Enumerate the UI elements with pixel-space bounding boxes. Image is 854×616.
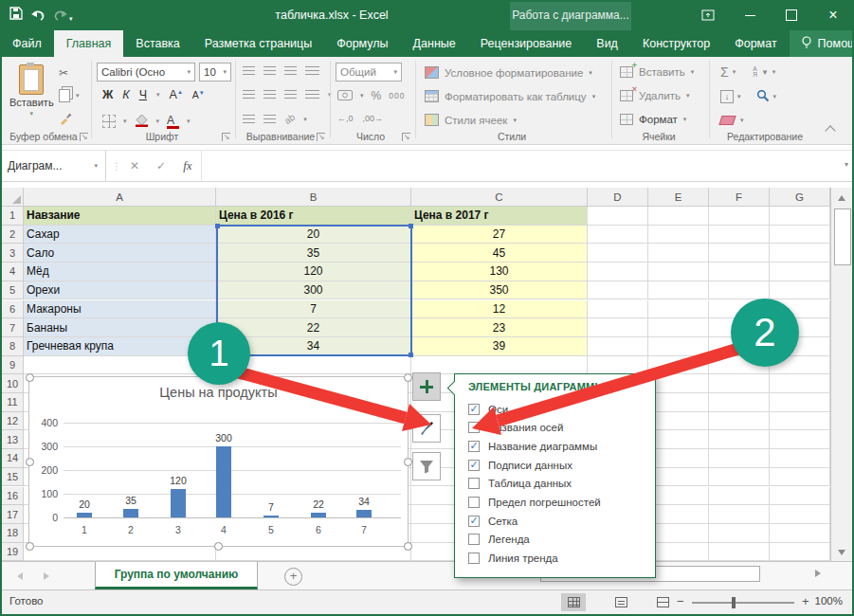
cell-D1[interactable] [588,207,648,226]
scroll-right-icon[interactable] [815,570,821,577]
ribbon-tab-5[interactable]: Данные [401,30,468,57]
cell-E10[interactable] [648,374,709,393]
cell-F10[interactable] [709,374,770,393]
chart[interactable]: Цены на продукты 01002003004002013521203… [28,376,409,547]
enter-check-icon[interactable]: ✓ [156,159,166,172]
cell-D4[interactable] [588,263,648,281]
cell-G13[interactable] [770,430,830,449]
cancel-icon[interactable]: ✕ [130,159,139,172]
cell-G2[interactable] [770,226,830,245]
chart-element-option-5[interactable]: Предел погрешностей [468,494,601,512]
alignment-dialog-launcher[interactable]: ↘ [317,133,325,141]
cell-C5[interactable]: 350 [411,281,588,300]
increase-decimal-icon[interactable]: ←,0 [337,114,354,123]
column-header-C[interactable]: C [411,188,588,207]
conditional-formatting-button[interactable]: Условное форматирование▾ [425,66,592,79]
cell-F18[interactable] [709,524,770,543]
cell-G3[interactable] [770,244,830,263]
wrap-text-icon[interactable] [305,66,319,75]
italic-button[interactable]: К [122,88,129,101]
cell-C4[interactable]: 130 [411,263,588,281]
next-sheet-icon[interactable] [44,572,49,580]
cell-E19[interactable] [648,543,709,562]
chart-element-option-7[interactable]: Легенда [468,531,530,549]
row-header-8[interactable]: 8 [2,337,24,356]
sheet-tab-active[interactable]: Группа по умолчанию [95,562,258,589]
row-header-2[interactable]: 2 [2,226,24,245]
merge-center-icon[interactable] [305,90,319,99]
checkbox[interactable]: ✓ [468,516,480,527]
chart-selection-handle[interactable] [404,373,412,382]
cell-G18[interactable] [770,524,830,543]
cell-E18[interactable] [648,524,709,543]
cell-G11[interactable] [770,393,830,412]
row-header-13[interactable]: 13 [2,430,24,449]
cell-B6[interactable]: 7 [216,300,411,319]
fill-down-icon[interactable]: ↓ [720,90,734,103]
vertical-scrollbar[interactable] [830,188,852,561]
insert-cells-button[interactable]: + Вставить▾ [620,66,694,78]
format-cells-button[interactable]: Формат▾ [620,114,686,125]
chart-selection-handle[interactable] [26,458,34,466]
cell-G10[interactable] [770,374,830,393]
sort-filter-icon[interactable]: АЯ [753,66,757,78]
cell-E6[interactable] [648,300,709,319]
increase-indent-icon[interactable] [263,115,276,123]
row-header-14[interactable]: 14 [2,449,24,468]
clear-eraser-icon[interactable] [718,116,736,125]
chart-selection-handle[interactable] [26,373,34,382]
row-header-12[interactable]: 12 [2,412,24,431]
name-box[interactable]: Диаграм... ▾ [0,151,106,181]
cell-E3[interactable] [648,244,709,263]
expand-formula-bar-icon[interactable]: ▾ [845,160,848,169]
chart-selection-handle[interactable] [404,542,412,551]
ribbon-tab-1[interactable]: Главная [54,30,124,57]
row-header-6[interactable]: 6 [2,300,24,319]
font-family-select[interactable]: Calibri (Осно▾ [97,63,195,82]
zoom-slider[interactable] [692,602,794,604]
row-header-1[interactable]: 1 [2,207,24,226]
checkbox[interactable] [468,553,480,564]
checkbox[interactable] [468,422,480,433]
scroll-down-icon[interactable] [838,550,845,555]
scroll-up-icon[interactable] [838,195,845,201]
delete-cells-button[interactable]: × Удалить▾ [620,90,689,101]
cell-A6[interactable]: Макароны [24,300,216,319]
bar-series1-3[interactable] [171,489,186,517]
column-header-F[interactable]: F [709,188,770,207]
row-header-17[interactable]: 17 [2,505,24,524]
row-header-19[interactable]: 19 [2,543,24,562]
cell-G4[interactable] [770,263,830,281]
bar-series1-6[interactable] [311,513,326,518]
underline-button[interactable]: Ч [139,88,147,101]
align-center-icon[interactable] [263,90,276,99]
chart-element-option-1[interactable]: Названия осей [468,419,563,437]
ribbon-tab-7[interactable]: Вид [584,30,630,57]
ribbon-tab-9[interactable]: Формат [722,30,789,57]
chart-element-option-3[interactable]: ✓Подписи данных [468,456,572,474]
row-header-10[interactable]: 10 [2,374,24,393]
chart-element-option-2[interactable]: ✓Название диаграммы [468,437,597,455]
select-all-corner[interactable] [2,188,24,207]
cut-button[interactable]: ✂ [59,66,68,80]
cell-A5[interactable]: Орехи [24,281,216,300]
cell-F14[interactable] [709,449,770,468]
cell-F3[interactable] [709,244,770,263]
format-painter-button[interactable] [59,112,72,125]
minimize-button[interactable] [729,0,771,30]
cell-F2[interactable] [709,226,770,245]
checkbox[interactable] [468,534,480,545]
cell-D5[interactable] [588,281,648,300]
cell-D8[interactable] [588,337,648,356]
chart-selection-handle[interactable] [214,542,223,551]
maximize-button[interactable] [771,0,812,30]
borders-icon[interactable] [102,115,116,128]
decrease-font-button[interactable]: А▼ [192,89,205,100]
decrease-decimal-icon[interactable]: ,00→ [363,114,384,123]
cell-B5[interactable]: 300 [216,281,411,300]
ribbon-tab-0[interactable]: Файл [0,30,54,57]
number-dialog-launcher[interactable]: ↘ [402,133,410,141]
chart-filters-button[interactable] [412,452,441,480]
cell-E17[interactable] [648,505,709,524]
cell-E5[interactable] [648,281,709,300]
